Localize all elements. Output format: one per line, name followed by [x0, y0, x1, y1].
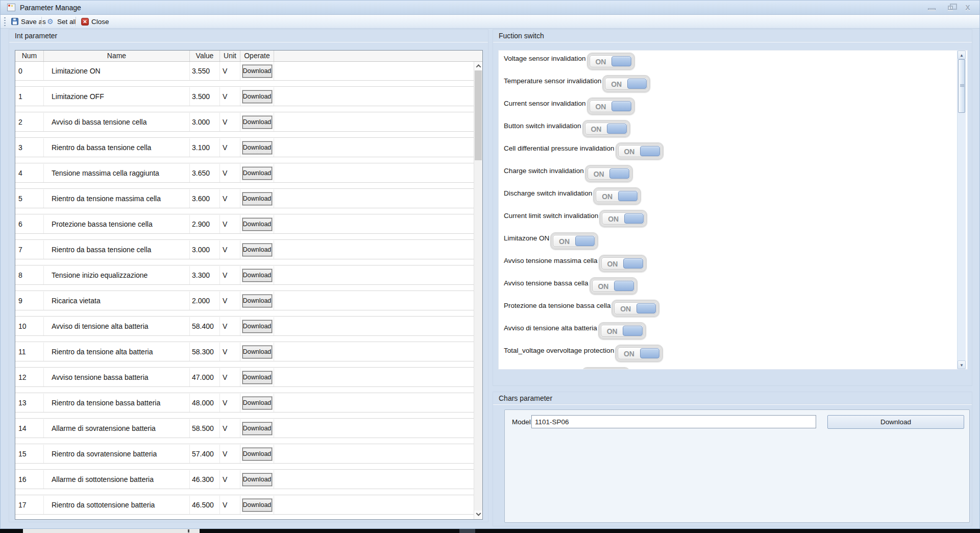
toggle-switch[interactable]: ON [590, 277, 638, 295]
column-header-value[interactable]: Value [190, 51, 220, 61]
download-button[interactable]: Download [242, 346, 272, 358]
table-row[interactable]: 12Avviso tensione bassa batteria47.000VD… [15, 368, 474, 394]
download-button[interactable]: Download [242, 295, 272, 307]
cell-value: 47.000 [190, 368, 220, 386]
row-gap [15, 132, 474, 138]
toggle-switch[interactable]: ON [582, 120, 630, 137]
table-row[interactable]: 16Allarme di sottotensione batteria46.30… [15, 470, 474, 496]
cell-empty [274, 240, 474, 259]
download-button[interactable]: Download [242, 244, 272, 256]
minimize-icon[interactable] [928, 8, 936, 10]
cell-value: 46.500 [190, 496, 220, 514]
toggle-switch[interactable]: ON [611, 300, 659, 317]
toggle-switch[interactable]: ON [602, 75, 650, 92]
table-row[interactable]: 17Rientro da sottotensione batteria46.50… [15, 496, 474, 519]
download-button[interactable]: Download [242, 320, 272, 333]
column-header-name[interactable]: Name [44, 51, 190, 61]
cell-num: 9 [15, 292, 44, 310]
download-button[interactable]: Download [242, 473, 272, 486]
function-scrollbar-thumb[interactable] [958, 59, 965, 113]
table-row[interactable]: 8Tensione inizio equalizzazione3.300VDow… [15, 266, 474, 292]
toggle-switch[interactable]: ON [593, 187, 641, 205]
chars-download-button[interactable]: Download [827, 415, 964, 429]
scroll-down-icon[interactable] [474, 511, 482, 519]
switch-label: Limitazone ON [504, 234, 549, 242]
download-button[interactable]: Download [242, 269, 272, 282]
app-icon [7, 4, 15, 11]
table-row[interactable]: 6Protezione bassa tensione cella2.900VDo… [15, 215, 474, 240]
switch-row: Current limit switch invalidationON [504, 210, 955, 232]
download-button[interactable]: Download [242, 422, 272, 435]
download-button[interactable]: Download [242, 116, 272, 129]
toggle-switch[interactable]: ON [615, 345, 663, 362]
download-button[interactable]: Download [242, 397, 272, 409]
toggle-knob [607, 124, 627, 134]
table-row[interactable]: 4Tensione massima cella raggiunta3.650VD… [15, 164, 474, 189]
table-scrollbar-thumb[interactable] [475, 70, 482, 160]
restore-icon[interactable] [948, 6, 953, 10]
toggle-switch[interactable]: ON [587, 98, 635, 115]
download-button[interactable]: Download [242, 192, 272, 205]
column-header-num[interactable]: Num [15, 51, 44, 61]
download-button[interactable]: Download [242, 448, 272, 461]
toggle-switch[interactable]: ON [616, 142, 664, 160]
toggle-switch[interactable]: ON [598, 322, 646, 340]
taskbar-app-button[interactable] [23, 529, 200, 533]
cell-name: Tensione inizio equalizzazione [44, 266, 190, 284]
cell-num: 15 [15, 445, 44, 463]
scroll-down-icon[interactable]: ▼ [958, 360, 966, 369]
toggle-switch[interactable]: ON [550, 232, 598, 250]
table-row[interactable]: 10Avviso di tensione alta batteria58.400… [15, 317, 474, 343]
toolbar-separator [41, 17, 42, 26]
toggle-on-label: ON [615, 303, 636, 314]
row-gap [15, 387, 474, 393]
toggle-switch[interactable]: ON [599, 210, 647, 227]
cell-operate: Download [240, 62, 274, 80]
table-row[interactable]: 1Limitazione OFF3.500VDownload [15, 87, 474, 113]
column-header-operate[interactable]: Operate [240, 51, 274, 61]
table-row[interactable]: 15Rientro da sovratensione batteria57.40… [15, 445, 474, 470]
toggle-switch[interactable]: ON [599, 255, 647, 272]
toggle-switch[interactable]: ON [585, 165, 633, 182]
set-all-label: Set all [57, 18, 77, 26]
download-button[interactable]: Download [242, 371, 272, 384]
table-row[interactable]: 2Avviso di bassa tensione cella3.000VDow… [15, 113, 474, 138]
table-row[interactable]: 11Rientro da tensione alta batteria58.30… [15, 343, 474, 368]
table-row[interactable]: 3Rientro da bassa tensione cella3.100VDo… [15, 138, 474, 164]
switch-label: Voltage sensor invalidation [504, 55, 586, 62]
table-row[interactable]: 0Limitazione ON3.550VDownload [15, 62, 474, 87]
download-button[interactable]: Download [242, 167, 272, 180]
download-button[interactable]: Download [242, 65, 272, 78]
table-row[interactable]: 13Rientro da tensione bassa batteria48.0… [15, 394, 474, 419]
table-row-main: 2Avviso di bassa tensione cella3.000VDow… [15, 113, 474, 132]
table-row[interactable]: 5Rientro da tensione massima cella3.600V… [15, 189, 474, 215]
table-body: 0Limitazione ON3.550VDownload1Limitazion… [15, 62, 474, 519]
row-gap [15, 413, 474, 419]
download-button[interactable]: Download [242, 218, 272, 231]
model-label: Model: [512, 418, 533, 426]
download-button[interactable]: Download [242, 499, 272, 512]
scroll-up-icon[interactable] [474, 62, 482, 70]
table-row[interactable]: 9Ricarica vietata2.000VDownload [15, 292, 474, 317]
scroll-up-icon[interactable]: ▲ [958, 51, 966, 59]
cell-num: 1 [15, 87, 44, 106]
row-gap [15, 489, 474, 495]
table-row[interactable]: 7Rientro da bassa tensione cella3.000VDo… [15, 240, 474, 266]
table-row-main: 8Tensione inizio equalizzazione3.300VDow… [15, 266, 474, 285]
set-all-button[interactable]: ⚙ Set all [43, 16, 80, 27]
toggle-knob [627, 79, 647, 89]
toggle-on-label: ON [590, 56, 612, 67]
column-header-unit[interactable]: Unit [220, 51, 240, 61]
close-button[interactable]: ✕ Close [78, 16, 113, 27]
cell-value: 3.550 [190, 62, 220, 80]
download-button[interactable]: Download [242, 141, 272, 154]
model-input[interactable] [531, 415, 816, 428]
download-button[interactable]: Download [242, 90, 272, 103]
switch-row: Temperature sensor invalidationON [504, 75, 955, 98]
int-parameter-title: Int parameter [9, 30, 488, 42]
toggle-switch[interactable]: ON [582, 367, 630, 369]
toggle-knob [640, 348, 660, 358]
close-icon[interactable]: X [963, 4, 972, 12]
table-row[interactable]: 14Allarme di sovratensione batteria58.50… [15, 419, 474, 445]
toggle-switch[interactable]: ON [587, 53, 635, 70]
